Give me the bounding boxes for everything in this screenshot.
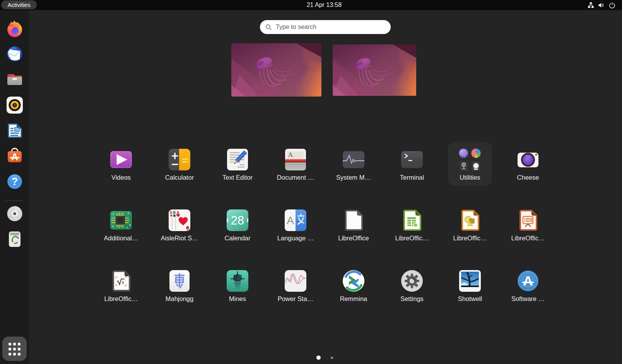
svg-text:8: 8: [173, 211, 176, 215]
svg-text:?: ?: [11, 176, 18, 187]
svg-text:A: A: [523, 273, 533, 288]
svg-text:x: x: [121, 279, 124, 285]
svg-text:28: 28: [231, 214, 244, 227]
svg-text:A: A: [11, 151, 18, 162]
svg-text:A: A: [288, 151, 293, 158]
svg-text:A: A: [186, 228, 189, 231]
svg-text:A: A: [287, 214, 294, 226]
svg-text:5: 5: [170, 211, 172, 215]
